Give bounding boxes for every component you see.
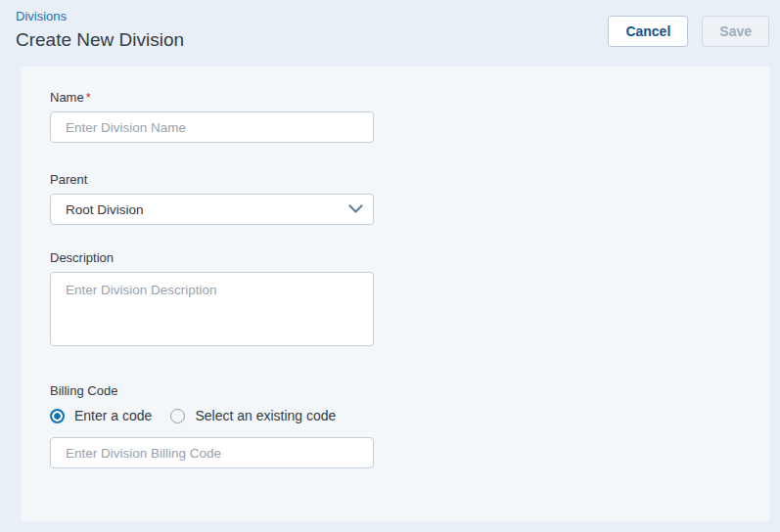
page-title: Create New Division [16, 26, 184, 53]
parent-label: Parent [50, 172, 769, 187]
save-button[interactable]: Save [702, 16, 769, 47]
radio-select-existing-code-label: Select an existing code [195, 408, 336, 424]
form-panel: Name* Parent Root Division Description B… [21, 66, 769, 521]
division-description-textarea[interactable] [50, 272, 374, 346]
name-label-text: Name [50, 90, 84, 105]
radio-select-existing-code[interactable]: Select an existing code [170, 408, 336, 424]
parent-select-value: Root Division [66, 202, 144, 217]
radio-enter-a-code-label: Enter a code [74, 408, 152, 424]
parent-select[interactable]: Root Division [50, 194, 374, 225]
parent-field-group: Parent Root Division [50, 172, 769, 225]
name-label: Name* [50, 90, 769, 105]
name-field-group: Name* [50, 90, 769, 143]
billing-code-label: Billing Code [50, 383, 769, 398]
header-actions: Cancel Save [608, 16, 769, 47]
page: { "header": { "breadcrumb": "Divisions",… [0, 0, 780, 532]
chevron-down-icon [348, 204, 363, 214]
required-asterisk: * [86, 90, 91, 105]
radio-selected-icon[interactable] [50, 409, 65, 423]
description-field-group: Description [50, 250, 769, 350]
breadcrumb-divisions-link[interactable]: Divisions [16, 8, 184, 24]
division-name-input[interactable] [50, 111, 374, 143]
billing-code-field-group: Billing Code Enter a code Select an exis… [50, 383, 769, 468]
cancel-button[interactable]: Cancel [608, 16, 688, 47]
division-billing-code-input[interactable] [50, 437, 374, 468]
header-title-block: Divisions Create New Division [16, 8, 184, 53]
radio-enter-a-code[interactable]: Enter a code [50, 408, 152, 424]
billing-code-radio-group: Enter a code Select an existing code [50, 408, 769, 424]
description-label: Description [50, 250, 769, 265]
page-header: Divisions Create New Division Cancel Sav… [0, 0, 780, 66]
radio-unselected-icon[interactable] [170, 409, 185, 423]
